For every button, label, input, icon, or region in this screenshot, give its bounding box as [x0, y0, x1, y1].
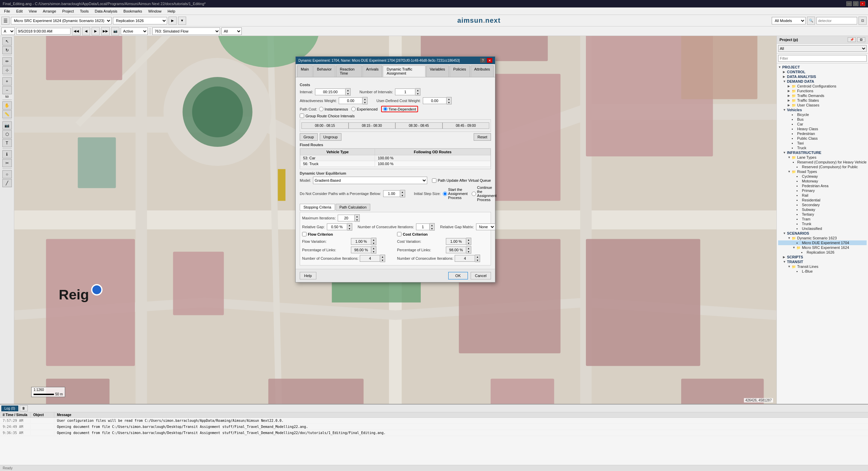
- tree-item-31[interactable]: ▪Tertiary: [778, 212, 867, 217]
- tree-item-20[interactable]: ▪Reserved (Compulsory) for Heavy Vehicle: [778, 160, 867, 164]
- flow-criterion-checkbox[interactable]: [302, 232, 307, 236]
- panel-all-combo[interactable]: All: [778, 45, 867, 52]
- info-tool[interactable]: ℹ: [2, 150, 12, 158]
- radio-time-dependent[interactable]: Time-Dependent: [381, 106, 418, 112]
- tab-arrivals[interactable]: Arrivals: [362, 65, 382, 77]
- sub-tab-stopping[interactable]: Stopping Criteria: [300, 204, 335, 211]
- panel-pin-btn[interactable]: 📌: [848, 37, 856, 42]
- tree-item-8[interactable]: ▶📁User Classes: [778, 103, 867, 107]
- menu-arrange[interactable]: Arrange: [40, 8, 59, 14]
- flow-consec-up-btn[interactable]: ▲: [380, 255, 385, 258]
- toolbar-menu-btn[interactable]: ☰: [1, 17, 9, 25]
- model-select[interactable]: Gradient-Based: [313, 177, 427, 184]
- rel-gap-up-btn[interactable]: ▲: [347, 223, 352, 227]
- zoom-out-btn[interactable]: −: [2, 86, 12, 94]
- tree-item-11[interactable]: ▪Bus: [778, 117, 867, 122]
- dialog-close-btn[interactable]: ✕: [487, 58, 492, 63]
- radio-experienced-input[interactable]: [351, 107, 356, 111]
- tree-item-14[interactable]: ▪Pedestrian: [778, 131, 867, 136]
- status-combo[interactable]: Active: [121, 27, 148, 35]
- tree-item-19[interactable]: ▼📁Lane Types: [778, 155, 867, 160]
- flow-pct-input[interactable]: [351, 247, 371, 253]
- flow-pct-down-btn[interactable]: ▼: [371, 250, 376, 253]
- cost-consec-input[interactable]: [455, 255, 475, 262]
- tree-arrow-41[interactable]: ▼: [783, 260, 787, 263]
- help-footer-btn[interactable]: Help: [300, 272, 316, 279]
- menu-data-analysis[interactable]: Data Analysis: [92, 8, 120, 14]
- all-models-combo[interactable]: All Models: [772, 17, 806, 24]
- dialog-help-icon-btn[interactable]: ?: [480, 58, 486, 63]
- attract-weight-down-btn[interactable]: ▼: [362, 101, 367, 104]
- zoom-in-btn[interactable]: +: [2, 77, 12, 85]
- rel-gap-down-btn[interactable]: ▼: [347, 227, 352, 230]
- pan-tool[interactable]: ✋: [2, 101, 12, 110]
- tree-arrow-38[interactable]: ▼: [792, 246, 796, 249]
- cost-var-down-btn[interactable]: ▼: [466, 241, 471, 245]
- log-clear-btn[interactable]: 🗑: [20, 405, 28, 411]
- measure-tool[interactable]: 📏: [2, 110, 12, 118]
- menu-edit[interactable]: Edit: [14, 8, 25, 14]
- minimize-btn[interactable]: —: [846, 1, 852, 6]
- user-cost-down-btn[interactable]: ▼: [447, 101, 451, 104]
- tree-arrow-2[interactable]: ▶: [783, 75, 787, 78]
- max-iter-down-btn[interactable]: ▼: [355, 218, 359, 221]
- cost-var-up-btn[interactable]: ▲: [466, 238, 471, 241]
- circle-tool[interactable]: ○: [2, 170, 12, 178]
- flow-var-up-btn[interactable]: ▲: [371, 238, 376, 241]
- ok-btn[interactable]: OK: [448, 272, 468, 279]
- tree-item-36[interactable]: ▼📁Dynamic Scenario 1623: [778, 236, 867, 240]
- reset-btn[interactable]: Reset: [474, 133, 491, 141]
- radio-experienced[interactable]: Experienced: [351, 107, 377, 111]
- scenario-combo[interactable]: Micro SRC Experiment 1624 (Dynamic Scena…: [11, 17, 112, 24]
- menu-tools[interactable]: Tools: [77, 8, 92, 14]
- tree-arrow-7[interactable]: ▶: [788, 99, 792, 102]
- tree-item-6[interactable]: ▶📁Traffic Demands: [778, 93, 867, 98]
- user-cost-weight-input[interactable]: [423, 97, 447, 104]
- log-tab-active[interactable]: Log (0): [1, 406, 18, 411]
- tree-item-37[interactable]: ▪Micro DUE Experiment 1704: [778, 240, 867, 245]
- interval-2[interactable]: 08:30 - 08:45: [395, 122, 442, 129]
- tree-item-22[interactable]: ▼📁Road Types: [778, 169, 867, 174]
- cost-pct-down-btn[interactable]: ▼: [466, 250, 471, 253]
- text-tool[interactable]: T: [2, 139, 12, 147]
- radio-continue-input[interactable]: [472, 192, 476, 196]
- interval-0[interactable]: 08:00 - 08:15: [301, 122, 349, 129]
- play-dropdown-btn[interactable]: ▼: [178, 17, 186, 25]
- flow-var-down-btn[interactable]: ▼: [371, 241, 376, 245]
- tree-item-15[interactable]: ▪Public Class: [778, 136, 867, 141]
- radio-continue-assignment[interactable]: Continue the Assignment Process: [472, 185, 496, 202]
- group-route-checkbox[interactable]: [300, 114, 304, 118]
- tree-arrow-5[interactable]: ▶: [788, 89, 792, 93]
- tree-item-26[interactable]: ▪Primary: [778, 188, 867, 193]
- tree-arrow-0[interactable]: ▼: [778, 65, 782, 69]
- tree-arrow-36[interactable]: ▼: [788, 236, 792, 240]
- tree-arrow-4[interactable]: ▶: [788, 84, 792, 88]
- flow-consec-input[interactable]: [360, 255, 380, 262]
- attract-weight-up-btn[interactable]: ▲: [362, 97, 367, 101]
- cut-tool[interactable]: ✂: [2, 159, 12, 167]
- tab-variables[interactable]: Variables: [426, 65, 449, 77]
- nav-next-btn[interactable]: ▶: [92, 27, 100, 35]
- tree-item-12[interactable]: ▪Car: [778, 122, 867, 126]
- cancel-btn[interactable]: Cancel: [471, 272, 491, 279]
- max-iter-input[interactable]: [338, 215, 355, 221]
- menu-file[interactable]: File: [1, 8, 13, 14]
- radio-start-assignment[interactable]: Start the Assignment Process: [443, 188, 468, 200]
- tree-item-13[interactable]: ▪Heavy Class: [778, 126, 867, 131]
- tree-item-21[interactable]: ▪Reserved (Compulsory) for Public: [778, 164, 867, 169]
- tree-arrow-3[interactable]: ▼: [783, 80, 787, 83]
- user-cost-up-btn[interactable]: ▲: [447, 97, 451, 101]
- tree-item-42[interactable]: ▼📁Transit Lines: [778, 264, 867, 269]
- rel-gap-input[interactable]: [327, 223, 347, 230]
- tree-item-28[interactable]: ▪Residential: [778, 198, 867, 202]
- tab-main[interactable]: Main: [297, 65, 313, 77]
- tree-item-43[interactable]: ▪L-Blue: [778, 269, 867, 274]
- nav-first-btn[interactable]: ◀◀: [72, 27, 81, 35]
- rotate-tool[interactable]: ↻: [2, 46, 12, 54]
- num-consec-down-btn[interactable]: ▼: [430, 227, 434, 230]
- num-consec-up-btn[interactable]: ▲: [430, 223, 434, 227]
- tab-policies[interactable]: Policies: [450, 65, 470, 77]
- group-route-checkbox-label[interactable]: Group Route Choice Intervals: [300, 114, 355, 118]
- coord-system-combo[interactable]: A: [1, 27, 15, 35]
- tree-arrow-9[interactable]: ▼: [783, 108, 787, 112]
